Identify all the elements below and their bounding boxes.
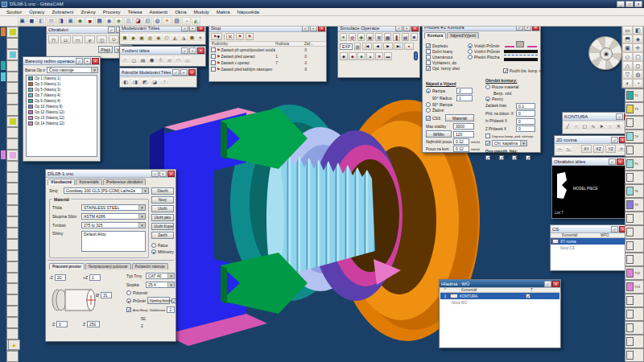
barevny-titlebar[interactable]: Barevný režim operace ✓▪×	[23, 57, 100, 65]
tab-pracovni-prostor[interactable]: Pracovní prostor	[49, 263, 85, 269]
cs-titlebar[interactable]: CS ✓×	[551, 225, 627, 233]
tool-strip-row[interactable]	[0, 239, 19, 250]
diameter-mode-row[interactable]: ●PrůměrVýměny Nástroje✓	[126, 297, 175, 304]
proces-check-row[interactable]: Dolní hrany	[426, 48, 460, 54]
playback-button[interactable]: |◀	[362, 43, 372, 50]
tool-cell[interactable]	[6, 60, 19, 72]
toolbar-icon[interactable]: ▥	[124, 17, 133, 26]
line-plane-icon[interactable]: —	[556, 145, 564, 153]
close-icon[interactable]: ×	[617, 158, 624, 165]
toolbar-icon[interactable]: ◍	[153, 17, 162, 26]
stock-dia-field[interactable]: 31	[101, 292, 112, 298]
tool-cell[interactable]	[6, 27, 19, 38]
checkbox[interactable]	[485, 134, 490, 138]
tool-tile[interactable]	[625, 239, 644, 253]
geometry-icon[interactable]: ➤	[598, 121, 605, 130]
menu-item[interactable]: Nápověda	[233, 10, 262, 14]
radio[interactable]	[485, 84, 490, 89]
tab-polotovar[interactable]: Nezpracovaný polotovar	[85, 263, 131, 269]
tool-cell[interactable]	[6, 294, 19, 306]
radio[interactable]: ●	[126, 298, 131, 303]
radio[interactable]: ●	[485, 97, 490, 101]
tool-strip-row[interactable]	[0, 328, 19, 339]
radio[interactable]: ●	[151, 249, 156, 254]
radio[interactable]	[151, 243, 156, 248]
view-icon[interactable]: ⬒	[622, 35, 633, 43]
pin-icon[interactable]: ✓	[181, 47, 188, 54]
tool-cell[interactable]	[6, 49, 19, 60]
machining-icon[interactable]: ▭	[72, 35, 83, 43]
advanced-solid-icon[interactable]: ◧	[122, 77, 130, 85]
tool-strip-row[interactable]	[0, 172, 19, 183]
dcd-titlebar[interactable]: DÍL08-1.vnc ✓▪×	[46, 170, 175, 178]
list-pager-label[interactable]: List 7	[555, 211, 564, 215]
view-icon[interactable]: ◧	[633, 26, 643, 35]
solid-create-icon[interactable]: ◇	[184, 56, 191, 64]
tool-strip-row[interactable]	[0, 317, 19, 328]
toolbar-icon[interactable]: ▣	[66, 17, 75, 26]
checkbox[interactable]	[426, 55, 431, 60]
machining-icon[interactable]: U	[109, 35, 119, 43]
tool-cell[interactable]	[6, 205, 19, 216]
stop-checkbox[interactable]	[211, 60, 216, 65]
simulation-mode-icon[interactable]: ▣	[366, 33, 374, 41]
view-icon[interactable]: ▭	[622, 26, 633, 35]
machining-icon[interactable]: ◫	[97, 35, 107, 43]
geometry-icon[interactable]: ∿	[590, 121, 597, 130]
tool-strip-row[interactable]	[0, 127, 19, 138]
toolbar-icon[interactable]: ◭	[192, 17, 200, 26]
tool-cell[interactable]	[6, 239, 19, 250]
machining-icon[interactable]: ⊓	[48, 35, 59, 43]
view-icon[interactable]: ▢	[633, 52, 643, 61]
operation-row[interactable]: Op 10 (Nástroj 9)	[27, 104, 97, 109]
stop-row[interactable]: ⚑ Zastavit před operací 1 0	[209, 53, 326, 60]
tool-cell[interactable]	[6, 38, 19, 49]
toolbar-icon[interactable]: ◪	[134, 17, 142, 26]
close-button[interactable]: ×	[634, 1, 642, 7]
teles-titlebar[interactable]: Obrábění těles ✓×	[552, 158, 625, 166]
solid-modeling-icon[interactable]: ◆	[130, 33, 136, 42]
only-material-row[interactable]: Pouze materiál	[485, 84, 540, 89]
toolbar-icon[interactable]: ◼	[27, 17, 36, 26]
machining-icon[interactable]: ⊔	[60, 35, 71, 43]
tool-strip-row[interactable]	[0, 261, 19, 273]
menu-item[interactable]: Úpravy	[26, 10, 47, 14]
workgroup-visible-checkbox[interactable]: ✓	[526, 294, 530, 298]
dcd-action-button[interactable]: Uložit	[151, 205, 174, 212]
view-icon[interactable]: ▽	[622, 70, 633, 79]
tool-tile[interactable]	[625, 143, 644, 157]
shade-icon[interactable]: ▪	[189, 47, 196, 54]
tool-cell[interactable]	[6, 138, 19, 150]
geometry-icon[interactable]: ✕	[615, 121, 622, 130]
toolbar-icon[interactable]: ▦	[95, 17, 104, 26]
tab-komentare[interactable]: Komentáře	[76, 179, 101, 185]
view-icon[interactable]: ◐	[622, 79, 633, 88]
pin-icon[interactable]: ✓	[172, 69, 180, 76]
menu-item[interactable]: Okna	[171, 10, 189, 14]
tool-cell[interactable]	[6, 328, 19, 339]
radio[interactable]	[426, 102, 431, 107]
tool-cell[interactable]	[6, 72, 19, 83]
css-row[interactable]: ✓CSSMateriál	[426, 114, 481, 121]
solid-create-icon[interactable]: ◊	[157, 56, 164, 64]
simulation-option-icon[interactable]: ▲	[366, 52, 374, 60]
rough-feed-field[interactable]: 0.12	[453, 138, 469, 145]
menu-item[interactable]: Asistenti	[146, 10, 171, 14]
solid-modeling-icon[interactable]: ◭	[171, 33, 178, 42]
menu-item[interactable]: Makra	[213, 10, 233, 14]
toolbar-icon[interactable]: ◨	[56, 17, 65, 26]
dcd-action-button[interactable]: Uložit jako	[151, 214, 174, 221]
simulation-option-icon[interactable]: ▬	[384, 52, 392, 60]
proces-check-row[interactable]: Vyhlazení, do	[426, 60, 460, 65]
tab-pocatecni-nastroje[interactable]: Počáteční nástroje	[132, 263, 168, 269]
tool-strip-row[interactable]	[0, 49, 19, 60]
tool-strip-row[interactable]	[0, 351, 19, 362]
operations-list[interactable]: Op 1 (Nástroj 1) Op 3 (Nástroj 1) Op 5 (…	[26, 75, 97, 157]
solid-create-icon[interactable]: ◠	[175, 56, 182, 64]
toolbar-icon[interactable]: ✦	[163, 17, 171, 26]
tool-cell[interactable]	[6, 228, 19, 239]
tool-tile[interactable]: T3	[625, 102, 644, 116]
tool-strip-row[interactable]	[0, 161, 19, 172]
tool-strip-row[interactable]	[0, 306, 19, 317]
pin-icon[interactable]: ✓	[151, 171, 159, 177]
